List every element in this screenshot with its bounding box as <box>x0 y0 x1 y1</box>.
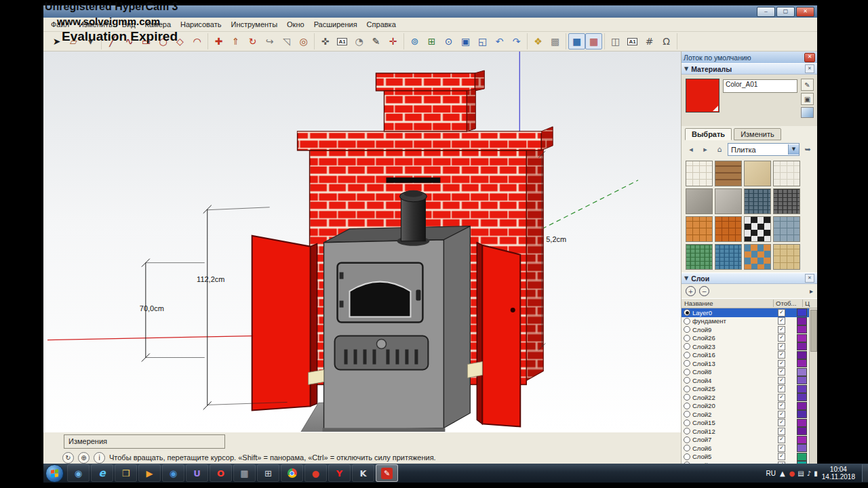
materials-close-icon[interactable]: ✕ <box>805 64 814 73</box>
zoom-window-tool[interactable]: ▣ <box>457 33 474 49</box>
layer-row[interactable]: Слой4✓ <box>682 376 809 385</box>
layer-visible-checkbox[interactable]: ✓ <box>778 402 785 409</box>
menu-item-5[interactable]: Инструменты <box>226 19 282 30</box>
layer-radio[interactable] <box>684 411 690 418</box>
material-swatch-orange-tile[interactable] <box>686 216 713 242</box>
layer-visible-checkbox[interactable]: ✓ <box>778 309 785 317</box>
measure-2-tool[interactable]: # <box>641 33 658 49</box>
geolocation-icon[interactable]: ↻ <box>62 452 74 464</box>
material-swatch-wood-planks[interactable] <box>715 161 742 186</box>
collapse-caret-icon[interactable]: ▼ <box>684 275 688 281</box>
record-tray-icon[interactable]: ● <box>789 470 795 477</box>
layer-row[interactable]: Слой15✓ <box>682 419 809 428</box>
layer-row[interactable]: Слой13✓ <box>682 359 809 368</box>
language-indicator[interactable]: RU <box>766 470 775 477</box>
previous-view[interactable]: ↶ <box>491 33 508 49</box>
3d-text-tool[interactable]: A1 <box>624 33 641 49</box>
opera-icon[interactable]: O <box>210 464 232 482</box>
material-swatch-stone-gray[interactable] <box>715 188 742 214</box>
media-player-icon[interactable]: ▶ <box>138 464 161 482</box>
arc-tool[interactable]: ◠ <box>189 33 205 49</box>
offset-tool[interactable]: ◎ <box>295 33 312 49</box>
minimize-button[interactable]: – <box>757 7 775 17</box>
paint-palette[interactable]: ❖ <box>530 33 547 49</box>
ie-icon[interactable]: e <box>91 464 113 482</box>
layer-row[interactable]: Слой8✓ <box>682 368 809 377</box>
show-desktop-button[interactable] <box>862 464 868 482</box>
measurements-input[interactable]: Измерения <box>64 434 225 449</box>
layer-color-chip[interactable] <box>797 436 807 444</box>
material-swatch-white-tile[interactable] <box>686 161 713 186</box>
layer-visible-checkbox[interactable]: ✓ <box>778 394 785 401</box>
text-tool[interactable]: ✎ <box>368 33 384 49</box>
layer-row[interactable]: Слой6✓ <box>682 444 809 453</box>
forward-icon[interactable]: ▸ <box>699 144 711 156</box>
layer-visible-checkbox[interactable]: ✓ <box>778 453 785 460</box>
view-shaded-toggle[interactable]: ■ <box>568 33 585 49</box>
calculator-icon[interactable]: ⊞ <box>257 464 279 482</box>
volume-tray-icon[interactable]: ♪ <box>807 470 811 477</box>
layer-visible-checkbox[interactable]: ✓ <box>778 343 785 350</box>
layers-close-icon[interactable]: ✕ <box>805 274 814 283</box>
layer-radio[interactable] <box>684 436 690 443</box>
layer-row[interactable]: фундамент✓ <box>682 317 809 326</box>
clock[interactable]: 10:04 14.11.2018 <box>822 466 855 481</box>
material-swatch-blue-ornament[interactable] <box>744 188 771 214</box>
layer-color-chip[interactable] <box>797 385 807 393</box>
material-swatch-tan-tile[interactable] <box>773 244 800 270</box>
create-material-icon[interactable]: ✎ <box>801 79 814 91</box>
scale-tool[interactable]: ◹ <box>278 33 295 49</box>
layer-radio[interactable] <box>684 420 690 426</box>
layer-color-chip[interactable] <box>797 359 807 367</box>
material-swatch-dark-star[interactable] <box>773 188 800 214</box>
layer-radio[interactable] <box>684 403 690 409</box>
next-view[interactable]: ↷ <box>508 33 525 49</box>
layer-color-chip[interactable] <box>797 393 807 401</box>
sketchup-icon[interactable]: ✎ <box>376 464 398 482</box>
tape-measure-tool[interactable]: ✜ <box>317 33 334 49</box>
layer-color-chip[interactable] <box>797 351 807 359</box>
wmp-icon[interactable]: ◉ <box>162 464 184 482</box>
material-swatch-blue-tile[interactable] <box>773 216 800 242</box>
layer-row[interactable]: Слой9✓ <box>682 325 809 334</box>
layer-radio[interactable] <box>684 343 690 350</box>
hypercam-icon[interactable]: ◉ <box>67 464 90 482</box>
menu-item-8[interactable]: Справка <box>362 19 401 30</box>
layer-color-chip[interactable] <box>797 402 807 410</box>
layer-radio[interactable] <box>684 309 690 316</box>
layer-visible-checkbox[interactable]: ✓ <box>778 368 785 375</box>
layer-row[interactable]: Слой5✓ <box>682 453 809 462</box>
material-swatch-gravel-gray[interactable] <box>686 188 713 214</box>
push-pull-tool[interactable]: ⇑ <box>227 33 244 49</box>
layer-row[interactable]: Слой12✓ <box>682 427 809 436</box>
layer-visible-checkbox[interactable]: ✓ <box>778 385 785 392</box>
in-model-home-icon[interactable]: ⌂ <box>713 144 726 156</box>
layer-color-chip[interactable] <box>797 427 807 435</box>
layer-visible-checkbox[interactable]: ✓ <box>778 428 785 435</box>
orbit-tool[interactable]: ⊚ <box>406 33 423 49</box>
material-swatch-green-mosaic[interactable] <box>686 244 713 270</box>
layer-color-chip[interactable] <box>797 376 807 384</box>
remove-layer-button[interactable]: − <box>699 286 709 296</box>
layer-visible-checkbox[interactable]: ✓ <box>778 419 785 426</box>
layer-visible-checkbox[interactable]: ✓ <box>778 377 785 384</box>
layer-color-chip[interactable] <box>797 419 807 427</box>
pan-tool[interactable]: ⊞ <box>423 33 440 49</box>
rotate-tool[interactable]: ↻ <box>244 33 261 49</box>
layer-radio[interactable] <box>684 394 690 401</box>
scrollbar-thumb[interactable] <box>810 310 817 352</box>
material-swatch-checker-bw[interactable] <box>744 216 771 242</box>
layer-radio[interactable] <box>684 360 690 367</box>
layer-visible-checkbox[interactable]: ✓ <box>778 317 785 325</box>
layer-color-chip[interactable] <box>797 334 807 342</box>
tab-select[interactable]: Выбрать <box>685 128 732 140</box>
layer-color-chip[interactable] <box>797 368 807 376</box>
layer-radio[interactable] <box>684 386 690 392</box>
tray-title-bar[interactable]: Лоток по умолчанию ✕ <box>682 52 817 63</box>
protractor-tool[interactable]: ◔ <box>351 33 368 49</box>
material-swatch-terracotta-tile[interactable] <box>715 216 742 242</box>
folder-icon[interactable]: ❒ <box>115 464 137 482</box>
chevron-down-icon[interactable]: ▼ <box>788 144 799 155</box>
layer-radio[interactable] <box>684 318 690 325</box>
axes-tool[interactable]: ✛ <box>384 33 401 49</box>
